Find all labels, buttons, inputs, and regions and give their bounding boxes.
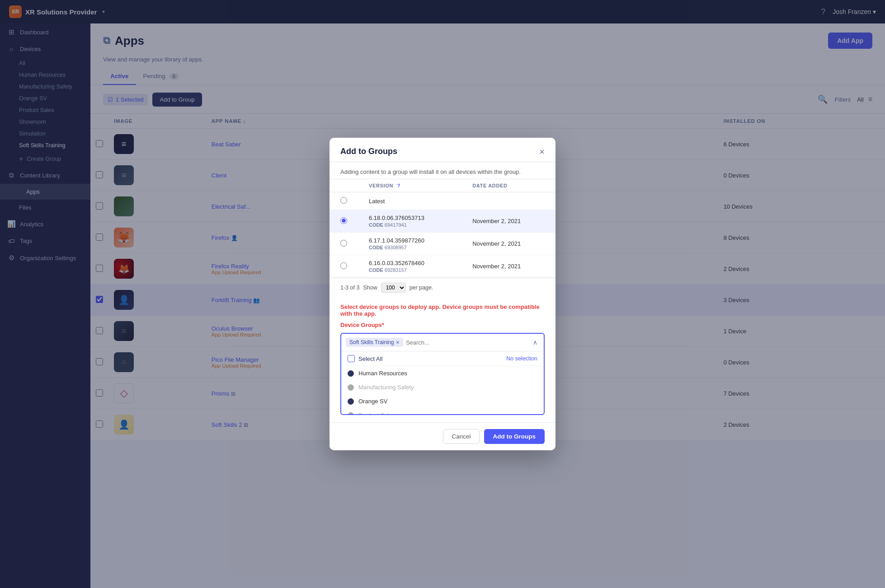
required-asterisk: *	[382, 322, 384, 328]
device-groups-multiselect[interactable]: Soft Skills Training × ∧ Select All	[340, 333, 545, 415]
show-label: Show	[363, 285, 377, 291]
dropdown-item[interactable]: Human Resources	[341, 366, 544, 380]
per-page-select[interactable]: 100 50 25	[381, 283, 406, 293]
modal-close-button[interactable]: ×	[539, 147, 545, 156]
modal-overlay: Add to Groups × Adding content to a grou…	[0, 0, 885, 588]
select-all-label: Select All	[358, 355, 382, 362]
col-version: VERSION ?	[358, 179, 461, 192]
device-group-search-input[interactable]	[406, 339, 528, 346]
version-radio[interactable]	[340, 262, 347, 269]
version-table: VERSION ? DATE ADDED Latest	[330, 179, 555, 278]
version-row: 6.16.0.03.352678460 CODE 69283157 Novemb…	[330, 255, 555, 278]
dropdown-item: Product Sales	[341, 408, 544, 414]
add-to-groups-modal: Add to Groups × Adding content to a grou…	[330, 138, 555, 450]
modal-body: Adding content to a group will install i…	[330, 162, 555, 422]
select-all-checkbox-icon	[348, 355, 355, 362]
device-groups-dropdown: Select All No selection Human Resources …	[341, 351, 544, 414]
version-code: CODE 69417941	[369, 222, 451, 228]
item-check-icon	[348, 370, 354, 377]
version-date: November 2, 2021	[461, 255, 555, 278]
device-groups-label: Select device groups to deploy app. Devi…	[340, 303, 545, 317]
modal-title: Add to Groups	[340, 147, 397, 156]
dropdown-header: Select All No selection	[341, 351, 544, 366]
version-label: 6.16.0.03.352678460 CODE 69283157	[358, 255, 461, 278]
modal-header: Add to Groups ×	[330, 138, 555, 162]
multiselect-chevron-icon[interactable]: ∧	[531, 339, 539, 346]
version-row: Latest	[330, 192, 555, 210]
confirm-button[interactable]: Add to Groups	[484, 429, 545, 444]
modal-description: Adding content to a group will install i…	[330, 162, 555, 179]
version-row: 6.18.0.06.376053713 CODE 69417941 Novemb…	[330, 210, 555, 233]
device-groups-field-label: Device Groups*	[340, 322, 545, 328]
item-check-icon	[348, 412, 354, 415]
no-selection-button[interactable]: No selection	[506, 355, 537, 362]
modal-footer: Cancel Add to Groups	[330, 422, 555, 450]
cancel-button[interactable]: Cancel	[443, 429, 479, 444]
selected-tag: Soft Skills Training ×	[346, 338, 403, 347]
device-groups-section: Select device groups to deploy app. Devi…	[330, 297, 555, 422]
version-pagination: 1-3 of 3 Show 100 50 25 per page.	[330, 278, 555, 297]
multiselect-input-row: Soft Skills Training × ∧	[341, 334, 544, 351]
select-all-option[interactable]: Select All	[348, 355, 382, 362]
dropdown-item-label: Product Sales	[358, 412, 395, 414]
version-code: CODE 69283157	[369, 267, 451, 273]
dropdown-item-label: Manufacturing Safety	[358, 384, 414, 391]
item-check-icon	[348, 384, 354, 391]
version-radio[interactable]	[340, 240, 347, 247]
version-label: 6.17.1.04.359877260 CODE 69308957	[358, 233, 461, 255]
col-date-added: DATE ADDED	[461, 179, 555, 192]
version-radio[interactable]	[340, 217, 347, 224]
pagination-range: 1-3 of 3	[340, 285, 359, 291]
version-radio[interactable]	[340, 197, 347, 204]
per-page-suffix: per page.	[410, 285, 433, 291]
version-row: 6.17.1.04.359877260 CODE 69308957 Novemb…	[330, 233, 555, 255]
dropdown-item-label: Orange SV	[358, 398, 387, 405]
dropdown-item[interactable]: Orange SV	[341, 394, 544, 408]
version-label: Latest	[358, 192, 461, 210]
tag-remove-button[interactable]: ×	[396, 339, 400, 345]
version-date: November 2, 2021	[461, 233, 555, 255]
version-help-icon[interactable]: ?	[397, 183, 400, 188]
version-label: 6.18.0.06.376053713 CODE 69417941	[358, 210, 461, 233]
dropdown-item: Manufacturing Safety	[341, 380, 544, 394]
item-check-icon	[348, 398, 354, 405]
version-date: November 2, 2021	[461, 210, 555, 233]
version-code: CODE 69308957	[369, 245, 451, 250]
dropdown-item-label: Human Resources	[358, 370, 407, 377]
